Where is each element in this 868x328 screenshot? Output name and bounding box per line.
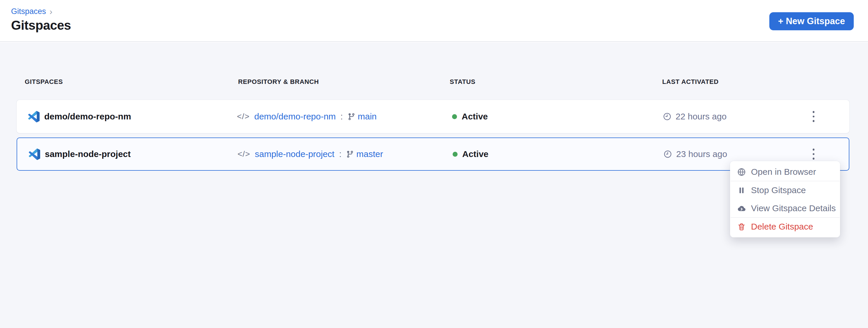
column-header-last-activated: LAST ACTIVATED	[654, 78, 778, 86]
menu-item-delete-gitspace[interactable]: Delete Gitspace	[730, 217, 840, 236]
menu-item-stop-gitspace[interactable]: Stop Gitspace	[730, 181, 840, 199]
code-icon: </>	[237, 112, 249, 121]
repo-branch-separator: :	[339, 149, 341, 159]
git-branch-icon	[347, 113, 355, 121]
branch-link[interactable]: master	[356, 149, 383, 159]
repo-branch-separator: :	[341, 112, 343, 121]
context-menu: Open in Browser Stop Gitspace View Gitsp…	[730, 161, 840, 237]
menu-item-view-gitspace-details[interactable]: View Gitspace Details	[730, 199, 840, 217]
repository-branch-cell: </> sample-node-project : master	[230, 149, 442, 159]
breadcrumb-link-gitspaces[interactable]: Gitspaces	[11, 7, 46, 16]
status-cell: Active	[442, 149, 655, 159]
repository-link[interactable]: demo/demo-repo-nm	[254, 112, 336, 121]
menu-item-label: View Gitspace Details	[751, 203, 836, 213]
gitspace-name-cell: demo/demo-repo-nm	[17, 111, 230, 122]
cloud-icon	[737, 204, 746, 213]
table-header-row: GITSPACES REPOSITORY & BRANCH STATUS LAS…	[17, 74, 849, 90]
repository-branch-cell: </> demo/demo-repo-nm : main	[230, 112, 441, 121]
git-branch-icon	[346, 150, 354, 158]
column-header-gitspaces: GITSPACES	[17, 78, 230, 86]
column-header-status: STATUS	[441, 78, 654, 86]
last-activated-label: 22 hours ago	[676, 112, 726, 121]
menu-item-label: Open in Browser	[751, 167, 816, 177]
row-actions-kebab-button[interactable]	[804, 104, 823, 129]
last-activated-cell: 22 hours ago	[654, 112, 778, 121]
clock-icon	[663, 150, 672, 158]
gitspace-name: demo/demo-repo-nm	[44, 112, 131, 121]
new-gitspace-button[interactable]: + New Gitspace	[769, 12, 854, 30]
last-activated-cell: 23 hours ago	[655, 149, 778, 159]
status-active-dot	[452, 114, 457, 119]
column-header-repository-branch: REPOSITORY & BRANCH	[230, 78, 441, 86]
breadcrumb: Gitspaces ›	[11, 7, 52, 16]
gitspace-name: sample-node-project	[45, 149, 131, 159]
menu-item-label: Stop Gitspace	[751, 185, 806, 195]
branch-link[interactable]: main	[358, 112, 377, 121]
page-title: Gitspaces	[11, 18, 71, 33]
last-activated-label: 23 hours ago	[676, 149, 727, 159]
status-active-dot	[453, 152, 458, 157]
status-cell: Active	[441, 112, 654, 121]
pause-icon	[737, 186, 746, 195]
chevron-right-icon: ›	[50, 7, 52, 16]
code-icon: </>	[238, 149, 250, 159]
page-header: Gitspaces › Gitspaces + New Gitspace	[0, 0, 868, 42]
globe-icon	[737, 168, 746, 177]
menu-item-label: Delete Gitspace	[751, 222, 813, 232]
table-row[interactable]: demo/demo-repo-nm </> demo/demo-repo-nm …	[17, 100, 849, 133]
gitspace-name-cell: sample-node-project	[17, 149, 230, 160]
status-label: Active	[462, 112, 488, 121]
repository-link[interactable]: sample-node-project	[255, 149, 334, 159]
row-actions-cell	[778, 104, 849, 129]
trash-icon	[737, 222, 746, 231]
vscode-icon	[29, 149, 40, 160]
clock-icon	[663, 112, 672, 121]
status-label: Active	[462, 149, 489, 159]
vscode-icon	[28, 111, 39, 122]
table-row[interactable]: sample-node-project </> sample-node-proj…	[17, 138, 849, 171]
menu-item-open-in-browser[interactable]: Open in Browser	[730, 163, 840, 181]
